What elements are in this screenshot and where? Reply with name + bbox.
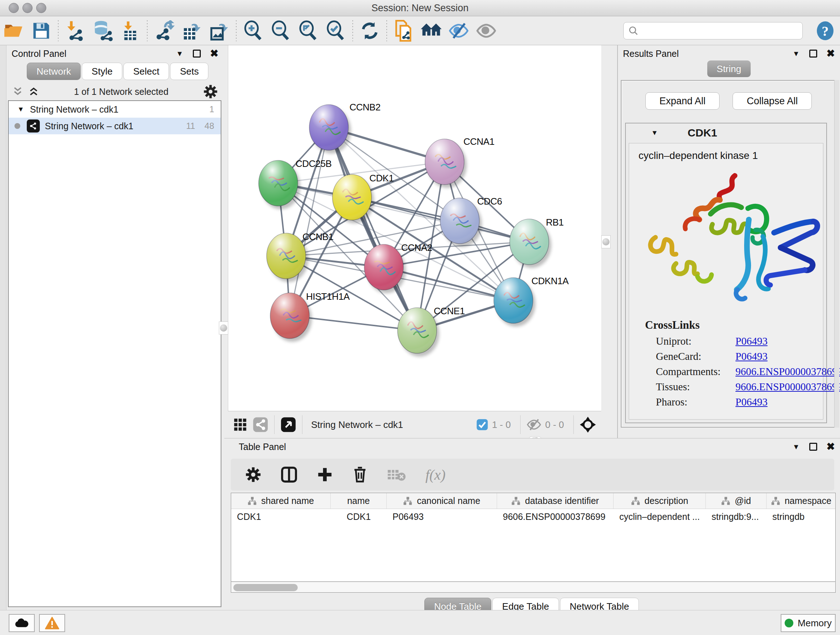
- import-network-from-database-button[interactable]: [89, 18, 117, 43]
- window-title: Session: New Session: [0, 3, 840, 14]
- tab-string[interactable]: String: [707, 60, 751, 77]
- collapse-all-button[interactable]: Collapse All: [733, 92, 812, 110]
- search-input[interactable]: [639, 25, 791, 36]
- panel-menu-icon[interactable]: ▼: [793, 443, 800, 451]
- node-CCNB2[interactable]: CCNB2: [309, 102, 381, 154]
- birdseye-view-icon[interactable]: [280, 417, 296, 432]
- collapse-triangle-icon[interactable]: ▼: [17, 105, 24, 113]
- network-selected-status: 1 of 1 Network selected: [39, 87, 203, 97]
- selected-checkbox-icon[interactable]: [476, 418, 488, 431]
- float-panel-icon[interactable]: [809, 443, 817, 451]
- network-row-selected[interactable]: String Network – cdk1 11 48: [9, 118, 221, 134]
- network-canvas[interactable]: CCNB2CCNA1CDC25BCDK1CDC6RB1CCNB1CCNA2CDK…: [228, 45, 601, 411]
- fit-content-crosshair-icon[interactable]: [579, 416, 596, 433]
- crosslink-link[interactable]: 9606.ENSP00000378699: [736, 381, 840, 393]
- crosslink-link[interactable]: P06493: [736, 335, 767, 347]
- node-CCNB1[interactable]: CCNB1: [267, 231, 333, 282]
- tab-network[interactable]: Network: [27, 63, 81, 80]
- node-HIST1H1A[interactable]: HIST1H1A: [270, 291, 350, 342]
- export-network-button[interactable]: [150, 18, 178, 43]
- gene-section-header[interactable]: ▼ CDK1: [626, 124, 826, 142]
- show-all-button[interactable]: [472, 18, 500, 43]
- node-RB1[interactable]: RB1: [510, 217, 564, 268]
- node-count: 11: [186, 121, 195, 131]
- node-CDKN1A[interactable]: CDKN1A: [494, 276, 569, 326]
- save-session-button[interactable]: [27, 18, 55, 43]
- show-columns-icon[interactable]: [281, 466, 297, 483]
- left-splitter-handle[interactable]: [219, 321, 228, 334]
- cloud-button[interactable]: [9, 614, 35, 632]
- expand-all-button[interactable]: Expand All: [645, 92, 720, 110]
- panel-menu-icon[interactable]: ▼: [176, 50, 183, 58]
- crosslink-row: Tissues:9606.ENSP00000378699: [656, 381, 823, 393]
- scrollbar-thumb[interactable]: [233, 584, 298, 591]
- zoom-out-button[interactable]: [267, 18, 294, 43]
- copy-network-button[interactable]: [390, 18, 417, 43]
- tab-style[interactable]: Style: [82, 63, 122, 80]
- gear-icon[interactable]: [203, 84, 218, 99]
- database-import-icon: [92, 20, 114, 41]
- add-column-plus-icon[interactable]: [317, 467, 333, 483]
- node-label-CDK1: CDK1: [369, 173, 393, 184]
- import-table-button[interactable]: [117, 18, 144, 43]
- panel-menu-icon[interactable]: ▼: [793, 50, 800, 58]
- grid-mode-icon[interactable]: [233, 417, 248, 432]
- collapse-all-icon[interactable]: [12, 86, 23, 97]
- node-label-CCNB1: CCNB1: [302, 231, 333, 242]
- table-horizontal-scrollbar[interactable]: [231, 582, 836, 593]
- float-panel-icon[interactable]: [809, 50, 817, 57]
- zoom-fit-button[interactable]: [294, 18, 322, 43]
- delete-table-icon[interactable]: [387, 467, 406, 482]
- close-panel-icon[interactable]: ✖: [827, 50, 835, 57]
- crosslink-link[interactable]: P06493: [736, 350, 767, 363]
- delete-trash-icon[interactable]: [352, 466, 368, 483]
- expand-all-icon[interactable]: [28, 86, 39, 97]
- column-header-description[interactable]: description: [614, 493, 706, 509]
- export-table-button[interactable]: [178, 18, 205, 43]
- tab-select[interactable]: Select: [123, 63, 169, 80]
- crosslink-link[interactable]: 9606.ENSP00000378699: [736, 366, 840, 378]
- zoom-fit-icon: [298, 20, 318, 41]
- refresh-button[interactable]: [356, 18, 384, 43]
- memory-button[interactable]: Memory: [781, 614, 836, 632]
- warnings-button[interactable]: [39, 614, 65, 632]
- network-view-toolbar: String Network – cdk1 1 - 0 0 - 0: [228, 411, 601, 438]
- save-icon: [32, 21, 51, 40]
- network-status-dot: [14, 123, 20, 129]
- network-collection-row[interactable]: ▼ String Network – cdk1 1: [9, 101, 221, 118]
- column-header-namespace[interactable]: namespace: [767, 493, 836, 509]
- column-header-id[interactable]: @id: [706, 493, 767, 509]
- table-row[interactable]: CDK1CDK1P064939606.ENSP00000378699cyclin…: [231, 509, 835, 524]
- float-panel-icon[interactable]: [193, 50, 201, 57]
- tab-sets[interactable]: Sets: [170, 63, 208, 80]
- crosslink-link[interactable]: P06493: [736, 396, 767, 408]
- import-network-button[interactable]: [62, 18, 89, 43]
- node-CCNA1[interactable]: CCNA1: [425, 136, 494, 188]
- export-image-button[interactable]: [205, 18, 233, 43]
- table-settings-gear-icon[interactable]: [245, 467, 261, 483]
- open-session-button[interactable]: [0, 18, 27, 43]
- node-CDC6[interactable]: CDC6: [440, 196, 502, 247]
- close-panel-icon[interactable]: ✖: [827, 443, 835, 451]
- column-header-shared-name[interactable]: shared name: [231, 493, 331, 509]
- zoom-selected-button[interactable]: [322, 18, 349, 43]
- right-splitter-handle[interactable]: [601, 235, 611, 249]
- zoom-in-button[interactable]: [240, 18, 267, 43]
- help-button[interactable]: ?: [816, 21, 834, 41]
- function-builder-icon[interactable]: f(x): [425, 466, 446, 483]
- column-header-database-identifier[interactable]: database identifier: [497, 493, 614, 509]
- column-header-canonical-name[interactable]: canonical name: [387, 493, 497, 509]
- collapse-triangle-icon[interactable]: ▼: [651, 129, 658, 137]
- network-graph[interactable]: CCNB2CCNA1CDC25BCDK1CDC6RB1CCNB1CCNA2CDK…: [228, 45, 602, 411]
- node-table: shared namenamecanonical namedatabase id…: [231, 493, 836, 582]
- hidden-eye-icon[interactable]: [526, 418, 542, 431]
- first-neighbors-button[interactable]: [417, 18, 445, 43]
- hide-selected-button[interactable]: [445, 18, 472, 43]
- close-panel-icon[interactable]: ✖: [210, 50, 218, 57]
- column-header-name[interactable]: name: [331, 493, 387, 509]
- results-scrollbar[interactable]: [834, 80, 839, 428]
- annotation-share-icon[interactable]: [253, 417, 268, 432]
- node-CDC25B[interactable]: CDC25B: [259, 158, 332, 209]
- control-panel-tabs: NetworkStyleSelectSets: [6, 63, 224, 81]
- node-CCNE1[interactable]: CCNE1: [398, 306, 465, 356]
